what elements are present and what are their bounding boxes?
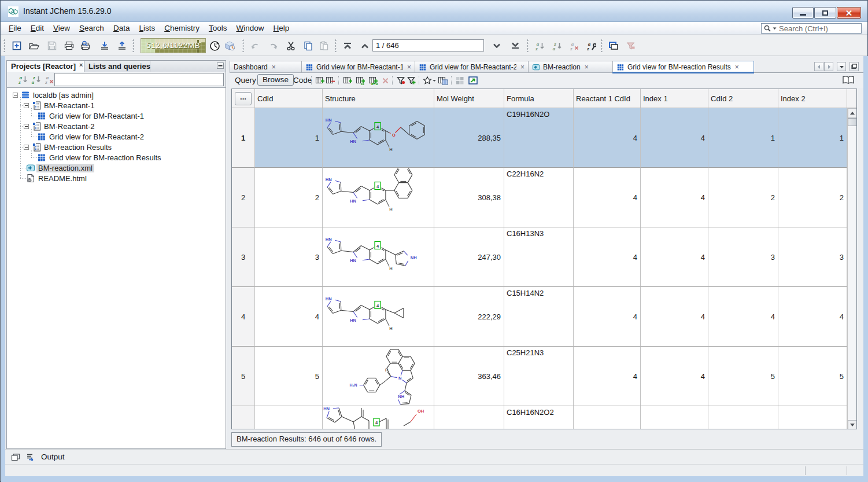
formula-cell[interactable]: C19H16N2O — [504, 108, 574, 168]
cdid2-cell[interactable]: 1 — [708, 108, 778, 168]
row-number-cell[interactable]: 5 — [232, 347, 255, 406]
index1-cell[interactable] — [641, 406, 708, 429]
undo-button[interactable] — [248, 39, 262, 52]
redo-button[interactable] — [266, 39, 280, 52]
title-bar[interactable]: Instant JChem 15.6.29.0 ✕ — [1, 1, 867, 22]
column-header-4[interactable]: Reactant 1 CdId — [574, 89, 641, 108]
previous-record-button[interactable] — [358, 39, 372, 52]
tree-item-label[interactable]: BM-Reactant-1 — [42, 101, 96, 110]
quick-search-box[interactable]: Search (Ctrl+I) — [761, 23, 862, 34]
manage-lists-button[interactable] — [438, 76, 448, 85]
r1cdid-cell[interactable] — [574, 406, 641, 429]
tree-item[interactable]: BM-Reactant-1 — [7, 100, 226, 111]
menu-item-data[interactable]: Data — [109, 24, 135, 32]
mw-cell[interactable]: 222,29 — [434, 287, 504, 347]
cdid2-cell[interactable]: 3 — [708, 227, 778, 287]
index1-cell[interactable]: 4 — [641, 287, 708, 347]
column-header-2[interactable]: Mol Weight — [434, 89, 504, 108]
table-row[interactable]: 33247,30C16H13N34433 — [232, 227, 847, 287]
row-number-cell[interactable] — [232, 406, 255, 429]
tab-close-icon[interactable]: × — [585, 64, 589, 70]
output-list-icon[interactable] — [26, 453, 36, 461]
paste-button[interactable] — [317, 39, 331, 52]
minimize-panel-button[interactable] — [217, 62, 224, 69]
table-row[interactable]: 11288,35C19H16N2O4411 — [232, 108, 847, 168]
index1-cell[interactable]: 4 — [641, 347, 708, 406]
filter-button[interactable] — [624, 39, 638, 52]
index1-cell[interactable]: 4 — [641, 108, 708, 168]
save-button[interactable] — [45, 39, 59, 52]
column-header-3[interactable]: Formula — [504, 89, 574, 108]
menu-item-search[interactable]: Search — [75, 24, 109, 32]
tree-expander-collapse[interactable] — [24, 145, 29, 150]
record-indicator-input[interactable] — [372, 39, 484, 51]
new-form-button[interactable] — [10, 39, 24, 52]
r1cdid-cell[interactable]: 4 — [574, 227, 641, 287]
tab-scroll-left-button[interactable] — [814, 62, 823, 71]
first-record-button[interactable] — [341, 39, 354, 52]
import-button[interactable] — [98, 39, 112, 52]
memory-gauge[interactable]: 512,6/1122MB — [141, 38, 206, 53]
add-row-button[interactable] — [315, 76, 325, 85]
mw-cell[interactable] — [434, 406, 504, 429]
structure-cell[interactable] — [323, 406, 434, 429]
structure-cell[interactable] — [323, 168, 434, 227]
index2-cell[interactable] — [778, 406, 847, 429]
menu-item-chemistry[interactable]: Chemistry — [160, 24, 204, 32]
menu-item-lists[interactable]: Lists — [134, 24, 160, 32]
formula-cell[interactable]: C16H16N2O2 — [504, 406, 574, 429]
cdid2-cell[interactable] — [708, 406, 778, 429]
column-header-7[interactable]: Index 2 — [778, 89, 847, 108]
tree-item[interactable]: Grid view for BM-Reactant-1 — [7, 111, 226, 121]
index1-cell[interactable]: 4 — [641, 227, 708, 287]
tab-list-dropdown-button[interactable] — [837, 62, 846, 71]
output-bar[interactable]: Output — [5, 449, 863, 464]
menu-item-edit[interactable]: Edit — [26, 24, 49, 32]
index2-cell[interactable]: 1 — [778, 108, 847, 168]
scroll-down-button[interactable] — [848, 420, 857, 429]
tree-item-label[interactable]: BM-reaction Results — [42, 143, 113, 152]
index2-cell[interactable]: 5 — [778, 347, 847, 406]
tab-close-icon[interactable]: × — [735, 64, 739, 70]
minimize-button[interactable] — [792, 7, 814, 19]
formula-cell[interactable]: C25H21N3 — [504, 347, 574, 406]
query-mode-label[interactable]: Query — [234, 76, 257, 84]
structure-cell[interactable] — [323, 347, 434, 406]
mw-cell[interactable]: 363,46 — [434, 347, 504, 406]
add-chemical-terms-field-button[interactable]: ct — [356, 76, 367, 85]
open-reaction-button[interactable] — [468, 76, 478, 85]
row-number-cell[interactable]: 1 — [232, 108, 255, 168]
sort-descending-button[interactable]: za — [550, 39, 564, 52]
mw-cell[interactable]: 247,30 — [434, 227, 504, 287]
tab-bm-reaction[interactable]: BM-reaction× — [529, 61, 613, 73]
menu-item-view[interactable]: View — [49, 24, 75, 32]
cdid2-cell[interactable]: 5 — [708, 347, 778, 406]
scroll-up-button[interactable] — [848, 108, 857, 118]
menu-item-help[interactable]: Help — [268, 24, 294, 32]
r1cdid-cell[interactable]: 4 — [574, 287, 641, 347]
structure-cell[interactable] — [323, 287, 434, 347]
tab-close-icon[interactable]: × — [407, 64, 411, 70]
table-row[interactable]: 22308,38C22H16N24422 — [232, 168, 847, 227]
tree-item-label[interactable]: BM-reaction.xml — [36, 164, 94, 172]
tree-item-label[interactable]: localdb [as admin] — [31, 91, 95, 100]
table-row[interactable]: C16H16N2O2 — [232, 406, 847, 429]
menu-item-tools[interactable]: Tools — [204, 24, 232, 32]
tree-expander-collapse[interactable] — [24, 103, 29, 108]
row-number-cell[interactable]: 4 — [232, 287, 255, 347]
tab-scroll-right-button[interactable] — [824, 62, 833, 71]
r1cdid-cell[interactable]: 4 — [574, 347, 641, 406]
tree-item[interactable]: README.html — [7, 173, 226, 183]
copy-button[interactable] — [301, 39, 315, 52]
tree-item-label[interactable]: Grid view for BM-reaction Results — [47, 153, 163, 162]
print-button[interactable] — [62, 39, 76, 52]
tab-close-icon[interactable]: × — [520, 64, 525, 70]
index2-cell[interactable]: 4 — [778, 287, 847, 347]
last-record-button[interactable] — [508, 39, 522, 52]
tab-maximize-button[interactable] — [849, 62, 859, 71]
print-preview-button[interactable] — [79, 39, 93, 52]
cut-button[interactable] — [284, 39, 298, 52]
row-number-cell[interactable]: 2 — [232, 168, 255, 227]
restore-button[interactable] — [814, 7, 836, 19]
menu-item-file[interactable]: File — [4, 24, 26, 32]
